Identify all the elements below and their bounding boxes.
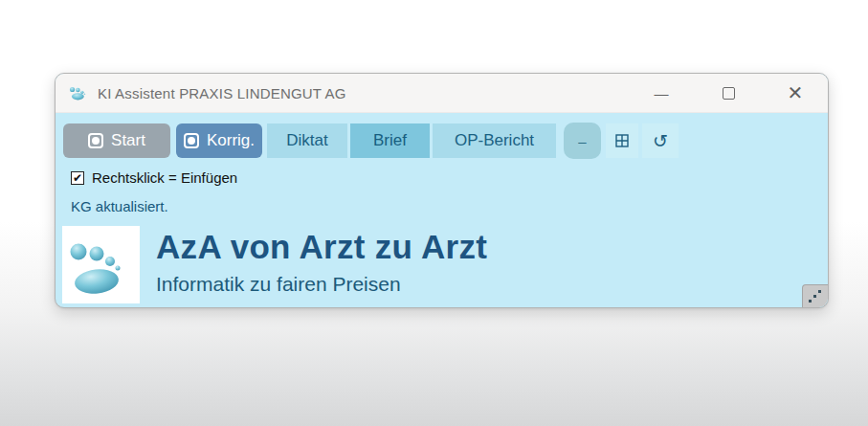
op-bericht-button-label: OP-Bericht [455, 131, 534, 150]
rechtsklick-label: Rechtsklick = Einfügen [92, 169, 237, 186]
diktat-button-label: Diktat [286, 131, 327, 150]
grip-dot [818, 290, 821, 293]
close-button[interactable]: ✕ [774, 78, 816, 108]
grip-dot [809, 300, 812, 303]
refresh-icon: ↺ [653, 130, 668, 152]
minimize-button[interactable]: — [640, 78, 682, 108]
resize-grip[interactable] [802, 284, 828, 307]
window-title: KI Assistent PRAXIS LINDENGUT AG [98, 85, 346, 101]
refresh-button[interactable]: ↺ [642, 123, 679, 158]
app-window: KI Assistent PRAXIS LINDENGUT AG — ✕ Sta… [55, 73, 829, 308]
app-droplets-icon [68, 84, 89, 101]
table-grid-icon [615, 134, 629, 147]
status-message: KG aktualisiert. [71, 198, 828, 214]
brand-area: AzA von Arzt zu Arzt Informatik zu faire… [62, 226, 828, 303]
brief-button[interactable]: Brief [350, 123, 430, 158]
brand-heading: AzA von Arzt zu Arzt [156, 228, 487, 266]
maximize-button[interactable] [707, 78, 749, 108]
grip-dot [813, 295, 816, 298]
titlebar: KI Assistent PRAXIS LINDENGUT AG — ✕ [56, 74, 828, 113]
window-controls: — ✕ [615, 78, 816, 108]
collapse-button[interactable]: – [564, 123, 601, 159]
korrig-button-label: Korrig. [207, 131, 255, 150]
start-button[interactable]: Start [63, 123, 170, 158]
brand-subtitle: Informatik zu fairen Preisen [156, 273, 487, 296]
rechtsklick-option: ✔ Rechtsklick = Einfügen [71, 169, 828, 186]
record-icon [184, 133, 199, 148]
brief-button-label: Brief [373, 131, 407, 150]
minus-icon: – [578, 133, 586, 149]
minimize-icon: — [655, 85, 669, 101]
droplets-logo-image [62, 226, 140, 303]
brand-text: AzA von Arzt zu Arzt Informatik zu faire… [156, 226, 487, 296]
checkmark-icon: ✔ [73, 172, 82, 184]
start-button-label: Start [111, 131, 145, 150]
op-bericht-button[interactable]: OP-Bericht [433, 123, 556, 158]
korrig-button[interactable]: Korrig. [176, 123, 262, 158]
maximize-icon [723, 87, 735, 100]
close-icon: ✕ [788, 81, 804, 104]
table-grid-button[interactable] [606, 123, 638, 158]
toolbar: Start Korrig. Diktat Brief OP-Bericht – … [63, 123, 828, 159]
aza-logo [62, 226, 140, 303]
record-icon [88, 133, 103, 148]
diktat-button[interactable]: Diktat [267, 123, 347, 158]
rechtsklick-checkbox[interactable]: ✔ [71, 171, 84, 185]
